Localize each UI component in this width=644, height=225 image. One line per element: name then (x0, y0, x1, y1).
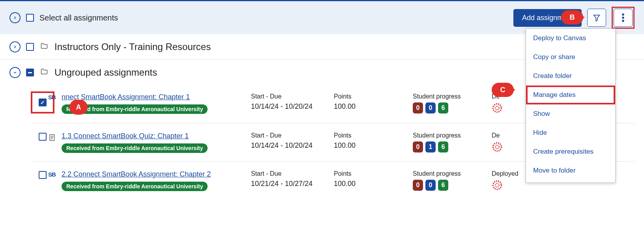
expand-all-toggle[interactable] (9, 12, 21, 23)
callout-marker-b: B (561, 10, 583, 24)
menu-item-move-folder[interactable]: Move to folder (526, 161, 615, 180)
section-checkbox-indeterminate[interactable] (26, 69, 34, 76)
menu-item-create-folder[interactable]: Create folder (526, 67, 615, 86)
section-title: Ungrouped assignments (54, 67, 157, 78)
received-pill: Received from Embry-riddle Aeronautical … (62, 143, 208, 153)
progress-label: Student progress (413, 132, 492, 139)
points-value: 100.00 (334, 180, 413, 188)
svg-point-3 (622, 20, 624, 22)
svg-point-13 (493, 181, 502, 190)
assignment-link[interactable]: 2.2 Connect SmartBook Assignment: Chapte… (62, 170, 211, 178)
assignment-checkbox[interactable] (39, 133, 47, 141)
assignment-checkbox[interactable] (39, 99, 47, 106)
received-pill: Received from Embry-riddle Aeronautical … (62, 182, 208, 191)
select-all-checkbox[interactable] (26, 14, 34, 22)
svg-point-11 (493, 143, 502, 151)
menu-item-manage-dates[interactable]: Manage dates (526, 86, 615, 104)
folder-icon (39, 42, 49, 52)
svg-point-10 (495, 145, 499, 149)
svg-point-4 (495, 106, 499, 110)
progress-green-badge: 6 (438, 180, 448, 191)
progress-blue-badge: 0 (425, 180, 436, 191)
points-label: Points (334, 132, 413, 139)
progress-green-badge: 6 (438, 102, 448, 113)
more-actions-menu: Deploy to Canvas Copy or share Create fo… (526, 28, 616, 183)
section-title: Instructors Only - Training Resources (54, 41, 211, 52)
assignment-checkbox[interactable] (39, 171, 47, 179)
callout-marker-c: C (492, 83, 514, 97)
progress-label: Student progress (413, 93, 492, 100)
progress-red-badge: 0 (413, 180, 423, 191)
svg-point-5 (493, 104, 502, 112)
progress-red-badge: 0 (413, 141, 423, 152)
menu-item-delete[interactable]: Delete assignments (526, 180, 615, 182)
points-value: 100.00 (334, 102, 413, 111)
dates-value: 10/21/24 - 10/27/24 (251, 180, 334, 188)
points-value: 100.00 (334, 141, 413, 150)
filter-button[interactable] (587, 9, 606, 27)
progress-blue-badge: 0 (425, 102, 436, 113)
smartbook-icon: SB (48, 171, 56, 178)
dates-label: Start - Due (251, 170, 334, 177)
svg-point-2 (622, 17, 624, 19)
canvas-icon (492, 102, 503, 113)
section-toggle[interactable] (9, 41, 21, 52)
more-actions-button[interactable] (614, 9, 633, 27)
progress-red-badge: 0 (413, 102, 423, 113)
svg-marker-0 (594, 15, 600, 21)
menu-item-show[interactable]: Show (526, 104, 615, 123)
menu-item-hide[interactable]: Hide (526, 123, 615, 142)
menu-item-deploy[interactable]: Deploy to Canvas (526, 29, 615, 48)
funnel-icon (593, 14, 601, 22)
more-actions-highlight (612, 7, 635, 29)
points-label: Points (334, 170, 413, 177)
canvas-icon (492, 141, 503, 152)
callout-marker-a: A (69, 100, 88, 115)
assignment-link[interactable]: 1.3 Connect SmartBook Quiz: Chapter 1 (62, 132, 189, 140)
section-checkbox[interactable] (26, 43, 34, 51)
quiz-icon (48, 132, 62, 142)
folder-icon (39, 68, 49, 77)
canvas-icon (492, 180, 503, 191)
select-all-label: Select all assignments (39, 13, 118, 22)
svg-point-1 (622, 14, 624, 16)
progress-label: Student progress (413, 170, 492, 177)
section-toggle-open[interactable] (9, 67, 21, 78)
dates-label: Start - Due (251, 93, 334, 100)
progress-green-badge: 6 (438, 141, 448, 152)
dots-vertical-icon (622, 13, 624, 22)
dates-value: 10/14/24 - 10/20/24 (251, 141, 334, 150)
svg-point-12 (495, 183, 499, 187)
menu-item-copy-share[interactable]: Copy or share (526, 48, 615, 67)
progress-blue-badge: 1 (425, 141, 436, 152)
checkbox-highlight (31, 91, 54, 113)
menu-item-prereq[interactable]: Create prerequisites (526, 142, 615, 161)
points-label: Points (334, 93, 413, 100)
dates-value: 10/14/24 - 10/20/24 (251, 102, 334, 111)
dates-label: Start - Due (251, 132, 334, 139)
